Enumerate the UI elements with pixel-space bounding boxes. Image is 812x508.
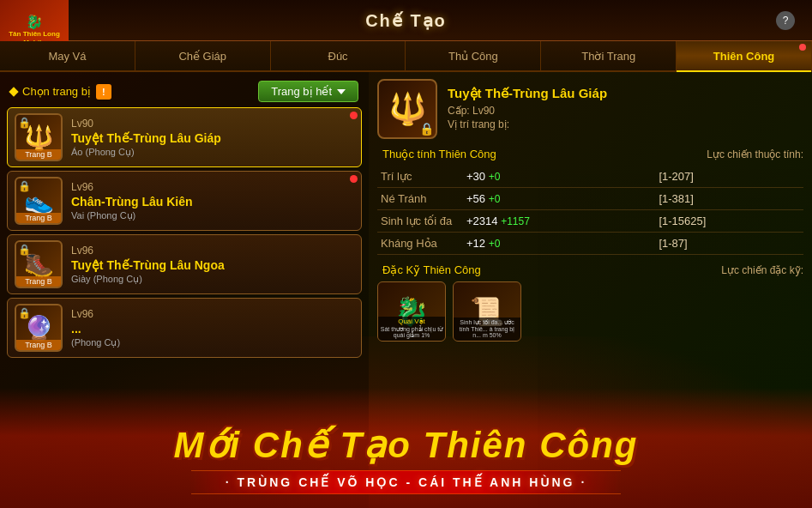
equip-item-2[interactable]: 🥾 🔒 Trang B Lv96 Tuyệt Thế-Trùng Lâu Ngo… — [7, 234, 362, 294]
attributes-title-left: Thuộc tính Thiên Công — [377, 148, 496, 160]
equip-level: Lv90 — [71, 118, 354, 130]
equip-icon-0: 🔱 🔒 Trang B — [15, 113, 63, 161]
equip-icon-2: 🥾 🔒 Trang B — [15, 240, 63, 288]
lock-icon: 🔒 — [18, 244, 31, 256]
equip-badge: Trang B — [16, 276, 61, 287]
dropdown-arrow-icon — [337, 89, 346, 94]
equip-info-2: Lv96 Tuyệt Thế-Trùng Lâu Ngoa Giày (Phon… — [71, 245, 354, 285]
equip-type: Giày (Phong Cụ) — [71, 274, 354, 285]
item-details: Tuyệt Thế-Trùng Lâu Giáp Cấp: Lv90 Vị tr… — [448, 86, 803, 132]
equip-item-0[interactable]: 🔱 🔒 Trang B Lv90 Tuyệt Thế-Trùng Lâu Giá… — [7, 107, 362, 167]
main-content: Chọn trang bị ! Trang bị hết 🔱 🔒 Trang B… — [0, 72, 812, 508]
stat-row-0: Trí lực +30 +0 [1-207] — [377, 166, 803, 188]
tab-duc[interactable]: Đúc — [271, 41, 406, 70]
lock-icon: 🔒 — [18, 117, 31, 129]
skill-card-1[interactable]: 📜 Sinh lực tối đa... ước tính Thiê... à … — [453, 281, 521, 342]
skill-cards: 🐉 Quái Vật Sát thương phải chịu từ quái … — [377, 281, 803, 342]
equip-name: Chân-Trùng Lâu Kiên — [71, 195, 354, 209]
stat-value-1: +56 +0 — [463, 188, 655, 210]
special-section: Đặc Kỹ Thiên Công Lực chiến đặc kỹ: 🐉 Qu… — [377, 263, 803, 342]
equip-type: Áo (Phong Cụ) — [71, 147, 354, 158]
stat-value-2: +2314 +1157 — [463, 210, 655, 233]
equip-type: (Phong Cụ) — [71, 337, 354, 348]
equip-badge: Trang B — [16, 213, 61, 223]
equipment-filter-dropdown[interactable]: Trang bị hết — [258, 81, 358, 102]
stat-value-3: +12 +0 — [463, 233, 655, 255]
skill-card-0[interactable]: 🐉 Quái Vật Sát thương phải chịu từ quái … — [377, 281, 446, 342]
item-lock-icon: 🔒 — [419, 122, 434, 136]
filter-row: Chọn trang bị ! Trang bị hết — [7, 79, 362, 104]
tab-dot — [799, 44, 806, 51]
skill-label-1: Sinh lực tối đa... ước tính Thiê... à tr… — [454, 318, 520, 341]
item-level: Cấp: Lv90 — [448, 105, 803, 117]
equip-info-0: Lv90 Tuyệt Thế-Trùng Lâu Giáp Áo (Phong … — [71, 118, 354, 158]
stat-value-0: +30 +0 — [463, 166, 655, 188]
item-position: Vị trí trang bị: — [448, 118, 803, 130]
equip-item-3[interactable]: 🔮 🔒 Trang B Lv96 ... (Phong Cụ) — [7, 298, 362, 358]
equip-icon-3: 🔮 🔒 Trang B — [15, 304, 63, 352]
stat-range-0: [1-207] — [655, 166, 803, 188]
page-title: Chế Tạo — [365, 10, 447, 31]
stats-table: Trí lực +30 +0 [1-207] Né Tránh +56 +0 [… — [377, 166, 803, 255]
equip-badge: Trang B — [16, 149, 61, 160]
tab-bar: May Vá Chế Giáp Đúc Thủ Công Thời Trang … — [0, 41, 812, 72]
equip-level: Lv96 — [71, 181, 354, 193]
tab-thoi-trang[interactable]: Thời Trang — [541, 41, 677, 70]
stat-range-3: [1-87] — [655, 233, 803, 255]
equip-info-1: Lv96 Chân-Trùng Lâu Kiên Vai (Phong Cụ) — [71, 181, 354, 221]
item-header: 🔱 🔒 Tuyệt Thế-Trùng Lâu Giáp Cấp: Lv90 V… — [377, 79, 803, 139]
tab-thien-cong[interactable]: Thiên Công — [677, 41, 812, 70]
equip-level: Lv96 — [71, 308, 354, 320]
special-title-left: Đặc Kỹ Thiên Công — [377, 263, 481, 276]
equip-dot — [350, 175, 358, 183]
stat-range-2: [1-15625] — [655, 210, 803, 233]
stat-row-1: Né Tránh +56 +0 [1-381] — [377, 188, 803, 210]
stat-row-2: Sinh lực tối đa +2314 +1157 [1-15625] — [377, 210, 803, 233]
equip-type: Vai (Phong Cụ) — [71, 210, 354, 221]
stat-name-2: Sinh lực tối đa — [377, 210, 463, 233]
attributes-title-right: Lực chiến thuộc tính: — [707, 148, 803, 160]
equip-info-3: Lv96 ... (Phong Cụ) — [71, 308, 354, 348]
item-title: Tuyệt Thế-Trùng Lâu Giáp — [448, 86, 803, 101]
diamond-icon — [9, 87, 18, 96]
stat-name-0: Trí lực — [377, 166, 463, 188]
equip-level: Lv96 — [71, 245, 354, 257]
tab-che-giap[interactable]: Chế Giáp — [135, 41, 271, 70]
equip-name: ... — [71, 322, 354, 336]
special-section-title: Đặc Kỹ Thiên Công Lực chiến đặc kỹ: — [377, 263, 803, 276]
top-bar: 🐉 Tân Thiên Long Mobile Chế Tạo ? — [0, 0, 812, 41]
help-button[interactable]: ? — [776, 11, 795, 30]
skill-label-0: Quái Vật Sát thương phải chịu từ quái gi… — [378, 317, 445, 341]
left-panel: Chọn trang bị ! Trang bị hết 🔱 🔒 Trang B… — [0, 72, 369, 508]
tab-may-va[interactable]: May Vá — [0, 41, 135, 70]
stat-name-3: Kháng Hỏa — [377, 233, 463, 255]
equip-dot — [350, 112, 358, 119]
stat-row-3: Kháng Hỏa +12 +0 [1-87] — [377, 233, 803, 255]
special-title-right: Lực chiến đặc kỹ: — [721, 264, 803, 276]
equip-name: Tuyệt Thế-Trùng Lâu Ngoa — [71, 258, 354, 272]
stat-range-1: [1-381] — [655, 188, 803, 210]
equip-icon-1: 👟 🔒 Trang B — [15, 177, 63, 225]
equip-item-1[interactable]: 👟 🔒 Trang B Lv96 Chân-Trùng Lâu Kiên Vai… — [7, 171, 362, 231]
lock-icon: 🔒 — [18, 307, 31, 319]
lock-icon: 🔒 — [18, 180, 31, 192]
tab-thu-cong[interactable]: Thủ Công — [406, 41, 541, 70]
item-icon-large: 🔱 🔒 — [377, 79, 437, 139]
equip-badge: Trang B — [16, 340, 61, 350]
filter-label: Chọn trang bị ! — [10, 84, 111, 100]
equip-name: Tuyệt Thế-Trùng Lâu Giáp — [71, 131, 354, 145]
attributes-section-title: Thuộc tính Thiên Công Lực chiến thuộc tí… — [377, 148, 803, 160]
right-panel: 🔱 🔒 Tuyệt Thế-Trùng Lâu Giáp Cấp: Lv90 V… — [369, 72, 812, 508]
stat-name-1: Né Tránh — [377, 188, 463, 210]
warning-icon: ! — [96, 84, 111, 100]
